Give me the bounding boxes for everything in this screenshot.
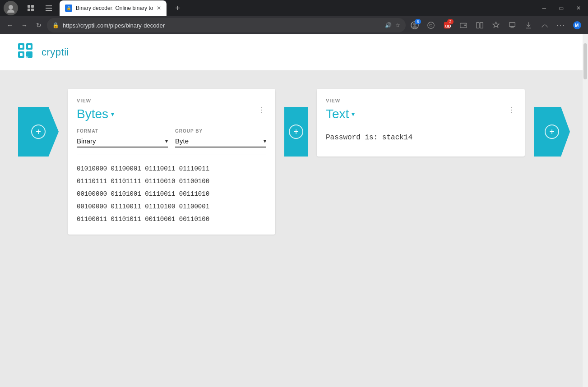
bytes-more-icon[interactable]: ⋮ xyxy=(258,106,266,114)
svg-rect-27 xyxy=(20,45,23,48)
svg-rect-5 xyxy=(46,5,52,6)
settings-more-button[interactable]: ··· xyxy=(554,18,568,32)
performance-button[interactable] xyxy=(537,18,552,32)
text-chevron-icon: ▾ xyxy=(352,111,355,118)
lock-icon: 🔒 xyxy=(52,22,59,28)
bytes-card: VIEW Bytes ▾ ⋮ FORMAT Binary ▾ xyxy=(68,89,275,235)
active-tab[interactable]: 🔒 Binary decoder: Online binary to ✕ xyxy=(60,0,167,16)
right-plus-icon: + xyxy=(545,124,559,139)
bytes-title: Bytes xyxy=(77,107,108,121)
text-output[interactable]: Password is: stack14 xyxy=(326,129,516,147)
downloads-button[interactable] xyxy=(521,18,536,32)
bookmark-icon[interactable]: ☆ xyxy=(395,22,400,28)
format-value: Binary xyxy=(77,137,96,145)
text-card-header: VIEW Text ▾ ⋮ xyxy=(326,98,516,121)
wallet-button[interactable] xyxy=(456,18,471,32)
left-plus-icon: + xyxy=(31,124,46,139)
extensions-badge: 6 xyxy=(415,19,421,24)
svg-rect-15 xyxy=(477,23,479,28)
svg-rect-6 xyxy=(46,8,52,9)
collections-button[interactable] xyxy=(505,18,519,32)
right-add-button[interactable]: + xyxy=(534,107,570,157)
svg-point-0 xyxy=(9,5,13,9)
page-header: ✕ cryptii xyxy=(0,34,588,71)
svg-rect-3 xyxy=(28,9,30,11)
tab-title: Binary decoder: Online binary to xyxy=(76,5,153,11)
text-more-icon[interactable]: ⋮ xyxy=(508,106,516,114)
extensions-button[interactable]: 6 xyxy=(407,18,422,32)
svg-rect-16 xyxy=(480,23,483,28)
scrollbar-thumb[interactable] xyxy=(583,43,587,79)
bytes-chevron-icon: ▾ xyxy=(111,111,114,118)
ublock-badge: 2 xyxy=(447,19,454,24)
format-row: FORMAT Binary ▾ GROUP BY Byte ▾ xyxy=(77,129,266,155)
format-select[interactable]: Binary ▾ xyxy=(77,137,168,147)
svg-rect-29 xyxy=(20,53,23,56)
close-button[interactable]: ✕ xyxy=(573,3,584,13)
maximize-button[interactable]: ▭ xyxy=(555,3,567,13)
tab-close-button[interactable]: ✕ xyxy=(157,5,161,11)
group-by-label: GROUP BY xyxy=(175,129,266,134)
logo-text: cryptii xyxy=(42,46,69,58)
svg-rect-1 xyxy=(28,5,30,8)
svg-point-14 xyxy=(464,24,466,26)
sidebar-toggle-button[interactable] xyxy=(42,1,56,15)
favorites-button[interactable] xyxy=(489,18,503,32)
text-dropdown[interactable]: Text ▾ xyxy=(326,107,355,121)
browser-window: 🔒 Binary decoder: Online binary to ✕ + ─… xyxy=(0,0,588,387)
bytes-dropdown[interactable]: Bytes ▾ xyxy=(77,107,114,121)
ublock-button[interactable]: uD 2 xyxy=(440,18,454,32)
format-group: FORMAT Binary ▾ xyxy=(77,129,168,147)
copilot-button[interactable]: M xyxy=(570,18,584,32)
bytes-card-header: VIEW Bytes ▾ ⋮ xyxy=(77,98,266,121)
page-body: + VIEW Bytes ▾ ⋮ FORMAT xyxy=(0,71,588,387)
left-add-button[interactable]: + xyxy=(18,107,59,157)
read-aloud-icon[interactable]: 🔊 xyxy=(385,22,392,28)
text-title: Text xyxy=(326,107,349,121)
logo-area: ✕ cryptii xyxy=(18,43,570,61)
group-by-chevron-icon: ▾ xyxy=(264,138,266,144)
svg-text:M: M xyxy=(575,23,579,28)
profile-avatar[interactable] xyxy=(4,1,18,15)
new-tab-button[interactable]: + xyxy=(171,2,184,14)
bytes-view-label: VIEW xyxy=(77,98,114,103)
split-screen-button[interactable] xyxy=(472,18,487,32)
refresh-button[interactable]: ↻ xyxy=(32,19,45,32)
center-plus-icon: + xyxy=(289,124,303,139)
format-chevron-icon: ▾ xyxy=(165,138,168,144)
svg-rect-4 xyxy=(31,9,34,11)
window-controls: ─ ▭ ✕ xyxy=(538,3,584,13)
url-text: https://cryptii.com/pipes/binary-decoder xyxy=(63,22,381,29)
page-content: ✕ cryptii + VIEW Bytes ▾ xyxy=(0,34,588,387)
back-button[interactable]: ← xyxy=(4,19,16,32)
tab-favicon: 🔒 xyxy=(65,5,72,12)
group-by-group: GROUP BY Byte ▾ xyxy=(175,129,266,147)
minimize-button[interactable]: ─ xyxy=(538,3,550,13)
forward-button[interactable]: → xyxy=(18,19,31,32)
svg-rect-7 xyxy=(46,10,52,11)
format-label: FORMAT xyxy=(77,129,168,134)
logo-icon: ✕ xyxy=(18,43,36,61)
center-add-button[interactable]: + xyxy=(284,107,308,157)
tracking-prevention-button[interactable]: 🛡 xyxy=(424,18,438,32)
svg-text:🛡: 🛡 xyxy=(429,24,433,28)
group-by-value: Byte xyxy=(175,137,189,145)
tab-groups-button[interactable] xyxy=(23,1,38,15)
text-card: VIEW Text ▾ ⋮ Password is: stack14 xyxy=(317,89,525,157)
group-by-select[interactable]: Byte ▾ xyxy=(175,137,266,147)
svg-rect-2 xyxy=(31,5,34,8)
address-bar[interactable]: 🔒 https://cryptii.com/pipes/binary-decod… xyxy=(47,18,406,32)
scrollbar[interactable] xyxy=(583,34,588,387)
text-view-label: VIEW xyxy=(326,98,355,103)
address-bar-row: ← → ↻ 🔒 https://cryptii.com/pipes/binary… xyxy=(0,16,588,34)
svg-rect-17 xyxy=(509,23,515,27)
svg-rect-28 xyxy=(28,45,31,48)
svg-text:✕: ✕ xyxy=(26,55,29,60)
title-bar: 🔒 Binary decoder: Online binary to ✕ + ─… xyxy=(0,0,588,16)
binary-input[interactable]: 01010000 01100001 01110011 01110011 0111… xyxy=(77,162,266,226)
